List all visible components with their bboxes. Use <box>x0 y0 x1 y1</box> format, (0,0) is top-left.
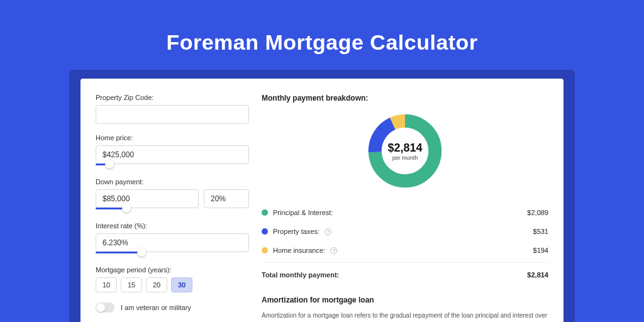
legend-value: $2,089 <box>527 209 548 216</box>
mortgage-period-label: Mortgage period (years): <box>96 266 249 274</box>
legend-dot-icon <box>262 228 268 235</box>
interest-rate-label: Interest rate (%): <box>96 222 249 230</box>
breakdown-title: Monthly payment breakdown: <box>262 94 548 103</box>
legend-row: Home insurance:?$194 <box>262 241 548 260</box>
legend-row: Property taxes:?$531 <box>262 222 548 241</box>
calculator-card: Property Zip Code: Home price: Down paym… <box>80 79 564 322</box>
legend-label: Principal & Interest: <box>273 209 333 216</box>
legend-dot-icon <box>262 209 268 216</box>
legend-value: $194 <box>533 247 548 254</box>
slider-handle[interactable] <box>105 160 114 169</box>
veteran-toggle[interactable] <box>96 303 114 313</box>
down-payment-slider[interactable] <box>96 207 249 212</box>
veteran-toggle-row: I am veteran or military <box>96 303 249 313</box>
breakdown-column: Monthly payment breakdown: $2,814 per mo… <box>262 94 548 322</box>
donut-sub: per month <box>392 155 418 161</box>
legend-label: Home insurance: <box>273 247 325 254</box>
total-row: Total monthly payment: $2,814 <box>262 265 548 284</box>
interest-rate-input[interactable] <box>96 233 249 252</box>
legend: Principal & Interest:$2,089Property taxe… <box>262 203 548 260</box>
slider-handle[interactable] <box>137 248 146 257</box>
down-payment-pct-input[interactable] <box>204 189 249 208</box>
input-column: Property Zip Code: Home price: Down paym… <box>96 94 249 322</box>
interest-rate-field: Interest rate (%): <box>96 222 249 256</box>
zip-label: Property Zip Code: <box>96 94 249 101</box>
home-price-label: Home price: <box>96 134 249 142</box>
amortization-section: Amortization for mortgage loan Amortizat… <box>262 296 548 322</box>
interest-rate-slider[interactable] <box>96 251 249 256</box>
veteran-label: I am veteran or military <box>121 304 191 311</box>
donut-chart: $2,814 per month <box>365 111 445 191</box>
home-price-input[interactable] <box>96 145 249 164</box>
slider-handle[interactable] <box>122 204 131 213</box>
total-label: Total monthly payment: <box>262 271 339 279</box>
down-payment-label: Down payment: <box>96 178 249 186</box>
legend-row: Principal & Interest:$2,089 <box>262 203 548 222</box>
donut-center: $2,814 per month <box>365 111 445 191</box>
down-payment-field: Down payment: <box>96 178 249 212</box>
toggle-knob <box>96 303 105 312</box>
period-button-10[interactable]: 10 <box>96 277 117 292</box>
total-value: $2,814 <box>527 271 548 279</box>
donut-amount: $2,814 <box>387 142 422 155</box>
period-button-20[interactable]: 20 <box>146 277 167 292</box>
legend-value: $531 <box>533 228 548 235</box>
amortization-text: Amortization for a mortgage loan refers … <box>262 311 548 322</box>
home-price-slider[interactable] <box>96 163 249 168</box>
down-payment-input[interactable] <box>96 189 199 208</box>
info-icon[interactable]: ? <box>330 247 337 254</box>
info-icon[interactable]: ? <box>325 228 331 235</box>
page-title: Foreman Mortgage Calculator <box>0 0 644 72</box>
legend-dot-icon <box>262 247 268 253</box>
period-button-30[interactable]: 30 <box>171 277 192 292</box>
home-price-field: Home price: <box>96 134 249 168</box>
legend-label: Property taxes: <box>273 228 319 235</box>
donut-chart-wrap: $2,814 per month <box>262 111 548 191</box>
mortgage-period-field: Mortgage period (years): 10152030 <box>96 266 249 292</box>
zip-field: Property Zip Code: <box>96 94 249 124</box>
divider <box>262 262 548 263</box>
amortization-title: Amortization for mortgage loan <box>262 296 548 304</box>
period-button-15[interactable]: 15 <box>121 277 142 292</box>
zip-input[interactable] <box>96 105 249 124</box>
